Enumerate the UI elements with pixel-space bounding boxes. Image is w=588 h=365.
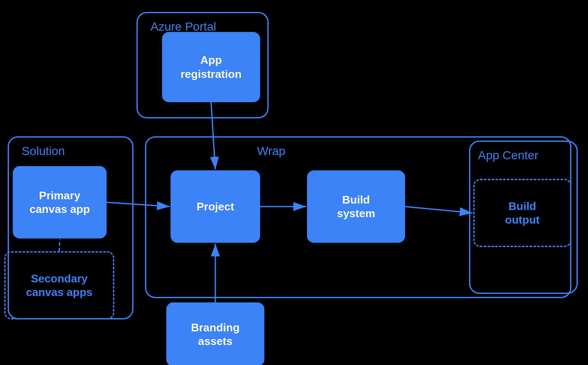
primary-canvas-label: Primary canvas app — [29, 189, 90, 216]
primary-canvas-box: Primary canvas app — [13, 166, 107, 239]
branding-assets-box: Branding assets — [166, 302, 264, 365]
secondary-canvas-label: Secondary canvas apps — [26, 272, 93, 299]
app-registration-label: App registration — [180, 53, 241, 81]
branding-assets-label: Branding assets — [191, 321, 240, 348]
app-registration-box: App registration — [162, 32, 260, 102]
secondary-canvas-box: Secondary canvas apps — [4, 251, 114, 319]
app-center-label: App Center — [478, 149, 539, 162]
solution-label: Solution — [22, 144, 65, 158]
build-system-box: Build system — [307, 170, 405, 243]
project-box: Project — [171, 170, 260, 243]
wrap-label: Wrap — [257, 144, 285, 158]
build-system-label: Build system — [337, 193, 375, 221]
project-label: Project — [197, 200, 234, 214]
build-output-label: Build output — [505, 199, 540, 227]
diagram-container: Azure Portal App registration Solution P… — [0, 0, 588, 365]
build-output-box: Build output — [473, 179, 571, 247]
